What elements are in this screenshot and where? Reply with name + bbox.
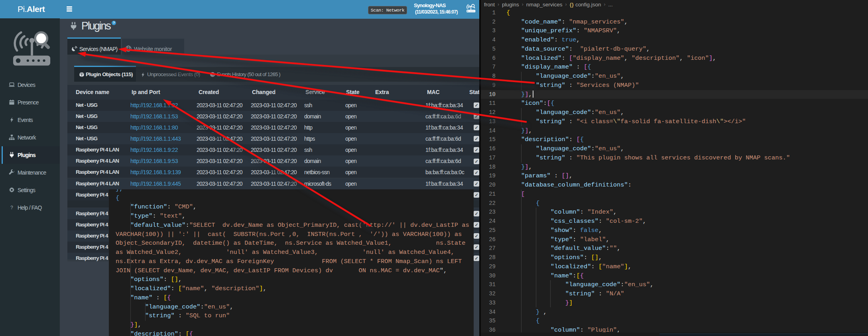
svg-text:?: ?	[10, 205, 13, 210]
